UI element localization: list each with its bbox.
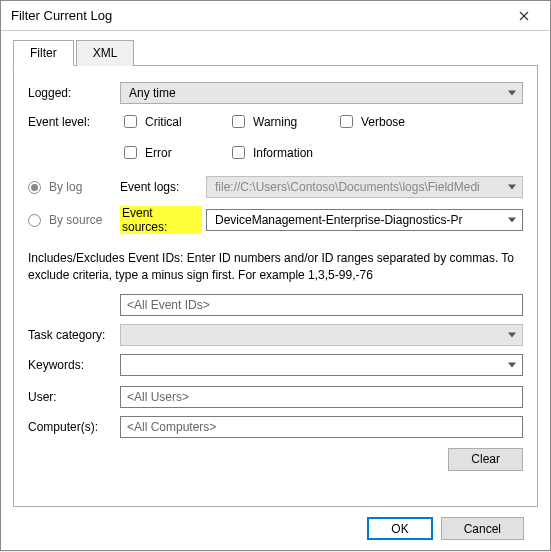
event-sources-label: Event sources: bbox=[120, 206, 202, 234]
event-ids-input[interactable] bbox=[120, 294, 523, 316]
computers-label: Computer(s): bbox=[28, 420, 120, 434]
error-checkbox[interactable]: Error bbox=[120, 143, 206, 162]
task-category-label: Task category: bbox=[28, 328, 120, 342]
tab-filter[interactable]: Filter bbox=[13, 40, 74, 66]
keywords-label: Keywords: bbox=[28, 358, 120, 372]
information-checkbox[interactable]: Information bbox=[228, 143, 314, 162]
event-level-label: Event level: bbox=[28, 112, 120, 129]
filter-panel: Logged: Any time Event level: Critical W… bbox=[13, 66, 538, 507]
event-logs-dropdown: file://C:\Users\Contoso\Documents\logs\F… bbox=[206, 176, 523, 198]
user-label: User: bbox=[28, 390, 120, 404]
task-category-dropdown bbox=[120, 324, 523, 346]
user-input[interactable] bbox=[120, 386, 523, 408]
dialog-title: Filter Current Log bbox=[11, 8, 504, 23]
tab-strip: Filter XML bbox=[13, 39, 538, 66]
clear-button[interactable]: Clear bbox=[448, 448, 523, 471]
logged-dropdown[interactable]: Any time bbox=[120, 82, 523, 104]
computers-input[interactable] bbox=[120, 416, 523, 438]
critical-checkbox[interactable]: Critical bbox=[120, 112, 206, 131]
keywords-dropdown[interactable] bbox=[120, 354, 523, 376]
event-sources-dropdown[interactable]: DeviceManagement-Enterprise-Diagnostics-… bbox=[206, 209, 523, 231]
by-log-radio bbox=[28, 181, 41, 194]
verbose-checkbox[interactable]: Verbose bbox=[336, 112, 422, 131]
logged-value: Any time bbox=[129, 86, 500, 100]
close-icon bbox=[519, 11, 529, 21]
cancel-button[interactable]: Cancel bbox=[441, 517, 524, 540]
titlebar: Filter Current Log bbox=[1, 1, 550, 31]
filter-log-dialog: Filter Current Log Filter XML Logged: An… bbox=[0, 0, 551, 551]
event-ids-help: Includes/Excludes Event IDs: Enter ID nu… bbox=[28, 250, 523, 284]
logged-label: Logged: bbox=[28, 86, 120, 100]
event-level-group: Critical Warning Verbose Error Informati… bbox=[120, 112, 523, 162]
dialog-buttons: OK Cancel bbox=[13, 507, 538, 550]
tab-xml[interactable]: XML bbox=[76, 40, 135, 66]
by-source-label: By source bbox=[49, 213, 102, 227]
event-sources-value: DeviceManagement-Enterprise-Diagnostics-… bbox=[215, 213, 500, 227]
event-logs-label: Event logs: bbox=[120, 180, 206, 194]
by-log-label: By log bbox=[49, 180, 82, 194]
warning-checkbox[interactable]: Warning bbox=[228, 112, 314, 131]
by-source-radio bbox=[28, 214, 41, 227]
close-button[interactable] bbox=[504, 1, 544, 31]
event-logs-value: file://C:\Users\Contoso\Documents\logs\F… bbox=[215, 180, 500, 194]
ok-button[interactable]: OK bbox=[367, 517, 432, 540]
